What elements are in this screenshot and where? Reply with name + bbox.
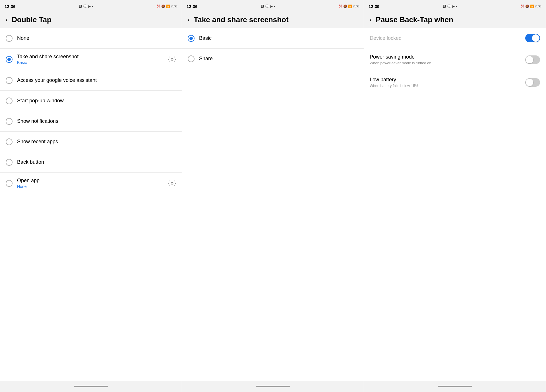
list-item-screenshot[interactable]: Take and share screenshot Basic (0, 49, 182, 70)
wifi-icon-3: 📶 (530, 5, 534, 8)
content-area-3: Device locked Power saving mode When pow… (364, 28, 546, 381)
youtube-icon-2: ▶ (270, 5, 273, 8)
radio-back[interactable] (6, 159, 13, 166)
setting-text-device-locked: Device locked (370, 35, 525, 41)
radio-notifications[interactable] (6, 118, 13, 125)
setting-sublabel-power-saving: When power-saver mode is turned on (370, 61, 525, 65)
setting-row-device-locked[interactable]: Device locked (364, 28, 546, 48)
radio-screenshot[interactable] (6, 56, 13, 63)
item-label-recent: Show recent apps (17, 139, 176, 145)
dot-icon-3: • (456, 5, 457, 8)
home-indicator-2 (256, 386, 290, 387)
setting-sublabel-low-battery: When battery falls below 15% (370, 84, 525, 88)
svg-point-0 (171, 58, 173, 60)
back-button-2[interactable]: ‹ (188, 16, 190, 24)
bottom-indicator-3 (364, 381, 546, 392)
top-bar-1: ‹ Double Tap (0, 11, 182, 28)
toggle-knob-low-battery (526, 79, 533, 86)
gallery-icon-3: 🖼 (443, 5, 446, 8)
home-indicator-1 (74, 386, 108, 387)
item-label-notifications: Show notifications (17, 118, 176, 124)
item-text-openapp: Open app None (17, 178, 165, 189)
gallery-icon: 🖼 (79, 5, 82, 8)
alarm-icon-3: ⏰ (520, 5, 524, 8)
status-right-2: ⏰ 🔕 📶 78% (338, 5, 359, 8)
list-item-back[interactable]: Back button (0, 152, 182, 173)
page-title-2: Take and share screenshot (194, 15, 288, 24)
radio-none[interactable] (6, 35, 13, 42)
item-label-share: Share (199, 56, 358, 62)
radio-openapp[interactable] (6, 180, 13, 187)
time-1: 12:36 (5, 4, 15, 9)
setting-text-low-battery: Low battery When battery falls below 15% (370, 77, 525, 88)
toggle-low-battery[interactable] (525, 78, 540, 87)
message-icon: 💬 (83, 5, 87, 8)
item-text-popup: Start pop-up window (17, 98, 176, 104)
item-text-recent: Show recent apps (17, 139, 176, 145)
list-item-none[interactable]: None (0, 28, 182, 49)
home-indicator-3 (438, 386, 472, 387)
list-item-google[interactable]: Access your google voice assistant (0, 70, 182, 91)
setting-label-device-locked: Device locked (370, 35, 525, 41)
battery-text-3: 78% (535, 5, 541, 8)
bottom-indicator-1 (0, 381, 182, 392)
item-text-back: Back button (17, 159, 176, 165)
toggle-knob-power-saving (526, 56, 533, 63)
radio-share[interactable] (188, 55, 195, 62)
page-title-1: Double Tap (12, 15, 51, 24)
item-text-basic: Basic (199, 35, 358, 41)
radio-popup[interactable] (6, 98, 13, 104)
list-item-notifications[interactable]: Show notifications (0, 111, 182, 132)
alarm-icon-2: ⏰ (338, 5, 342, 8)
message-icon-3: 💬 (447, 5, 451, 8)
gear-icon-openapp[interactable] (168, 179, 176, 187)
back-button-3[interactable]: ‹ (370, 16, 372, 24)
dot-icon-2: • (274, 5, 275, 8)
content-area-2: Basic Share (182, 28, 364, 381)
mute-icon-3: 🔕 (525, 5, 529, 8)
radio-recent[interactable] (6, 138, 13, 145)
dot-icon: • (92, 5, 93, 8)
item-text-notifications: Show notifications (17, 118, 176, 124)
item-text-google: Access your google voice assistant (17, 77, 176, 83)
page-title-3: Pause Back-Tap when (376, 15, 453, 24)
battery-text-1: 78% (171, 5, 177, 8)
status-bar-3: 12:39 🖼 💬 ▶ • ⏰ 🔕 📶 78% (364, 0, 546, 11)
panel2: 12:36 🖼 💬 ▶ • ⏰ 🔕 📶 78% ‹ Take and share… (182, 0, 364, 392)
content-area-1: None Take and share screenshot Basic Acc… (0, 28, 182, 381)
mute-icon: 🔕 (161, 5, 165, 8)
status-icons-3: 🖼 💬 ▶ • (443, 5, 457, 8)
list-item-openapp[interactable]: Open app None (0, 173, 182, 194)
gallery-icon-2: 🖼 (261, 5, 264, 8)
message-icon-2: 💬 (265, 5, 269, 8)
status-icons-2: 🖼 💬 ▶ • (261, 5, 275, 8)
panel3: 12:39 🖼 💬 ▶ • ⏰ 🔕 📶 78% ‹ Pause Back-Tap… (364, 0, 546, 392)
wifi-icon: 📶 (166, 5, 170, 8)
item-label-none: None (17, 35, 176, 41)
item-label-openapp: Open app (17, 178, 165, 184)
setting-text-power-saving: Power saving mode When power-saver mode … (370, 54, 525, 65)
list-item-basic[interactable]: Basic (182, 28, 364, 49)
toggle-power-saving[interactable] (525, 55, 540, 64)
list-item-popup[interactable]: Start pop-up window (0, 91, 182, 111)
time-3: 12:39 (369, 4, 379, 9)
setting-label-low-battery: Low battery (370, 77, 525, 83)
top-bar-2: ‹ Take and share screenshot (182, 11, 364, 28)
setting-row-low-battery[interactable]: Low battery When battery falls below 15% (364, 71, 546, 94)
status-bar-1: 12:36 🖼 💬 ▶ • ⏰ 🔕 📶 78% (0, 0, 182, 11)
toggle-device-locked[interactable] (525, 34, 540, 42)
item-label-popup: Start pop-up window (17, 98, 176, 104)
list-item-share[interactable]: Share (182, 49, 364, 69)
mute-icon-2: 🔕 (343, 5, 347, 8)
radio-google[interactable] (6, 77, 13, 84)
gear-icon-screenshot[interactable] (168, 55, 176, 63)
list-item-recent[interactable]: Show recent apps (0, 132, 182, 152)
radio-basic[interactable] (188, 35, 195, 42)
status-right-3: ⏰ 🔕 📶 78% (520, 5, 541, 8)
item-text-share: Share (199, 56, 358, 62)
item-sublabel-openapp: None (17, 184, 165, 189)
item-text-none: None (17, 35, 176, 41)
back-button-1[interactable]: ‹ (6, 16, 8, 24)
alarm-icon: ⏰ (156, 5, 160, 8)
setting-row-power-saving[interactable]: Power saving mode When power-saver mode … (364, 48, 546, 71)
